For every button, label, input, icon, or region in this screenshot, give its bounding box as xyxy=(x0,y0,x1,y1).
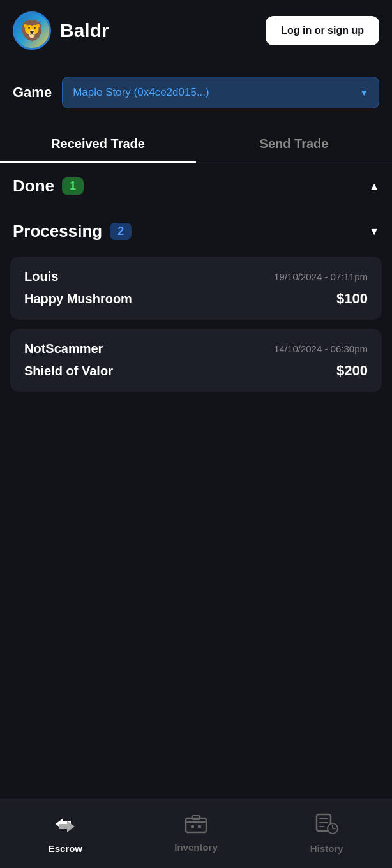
card-price-1: $200 xyxy=(336,363,368,379)
card-bottom-1: Shield of Valor $200 xyxy=(24,363,368,379)
trade-card-0[interactable]: Louis 19/10/2024 - 07:11pm Happy Mushroo… xyxy=(10,257,382,320)
processing-chevron-icon: ▼ xyxy=(369,226,379,237)
game-selected: Maple Story (0x4ce2d015...) xyxy=(73,86,209,99)
nav-item-history[interactable]: History xyxy=(261,807,392,860)
login-button[interactable]: Log in or sign up xyxy=(266,16,379,45)
card-top-1: NotScammer 14/10/2024 - 06:30pm xyxy=(24,341,368,356)
game-dropdown[interactable]: Maple Story (0x4ce2d015...) ▼ xyxy=(62,77,379,108)
bottom-nav: Escrow Inventory xyxy=(0,798,392,868)
done-chevron-icon: ▲ xyxy=(369,181,379,192)
tab-bar: Received Trade Send Trade xyxy=(0,125,392,163)
processing-section-header[interactable]: Processing 2 ▼ xyxy=(0,209,392,254)
nav-item-inventory[interactable]: Inventory xyxy=(131,808,262,859)
card-item-1: Shield of Valor xyxy=(24,364,113,378)
card-price-0: $100 xyxy=(336,290,368,307)
done-count-badge: 1 xyxy=(62,177,84,195)
tab-send-trade[interactable]: Send Trade xyxy=(196,125,392,163)
done-section-header[interactable]: Done 1 ▲ xyxy=(0,163,392,209)
app-title: Baldr xyxy=(60,20,109,41)
trade-card-1[interactable]: NotScammer 14/10/2024 - 06:30pm Shield o… xyxy=(10,329,382,392)
nav-label-escrow: Escrow xyxy=(49,843,82,854)
card-top-0: Louis 19/10/2024 - 07:11pm xyxy=(24,269,368,284)
game-section: Game Maple Story (0x4ce2d015...) ▼ xyxy=(0,61,392,119)
card-date-0: 19/10/2024 - 07:11pm xyxy=(274,271,368,282)
game-label: Game xyxy=(13,84,52,101)
processing-section-title: Processing xyxy=(13,221,102,241)
svg-rect-2 xyxy=(191,825,194,828)
chevron-down-icon: ▼ xyxy=(359,87,368,98)
card-name-1: NotScammer xyxy=(24,341,103,356)
done-section-title: Done xyxy=(13,176,54,196)
processing-cards: Louis 19/10/2024 - 07:11pm Happy Mushroo… xyxy=(0,254,392,407)
avatar: 🦁 xyxy=(13,11,51,50)
processing-count-badge: 2 xyxy=(110,223,132,240)
header-left: 🦁 Baldr xyxy=(13,11,109,50)
svg-rect-3 xyxy=(198,825,201,828)
escrow-icon xyxy=(52,813,79,839)
card-date-1: 14/10/2024 - 06:30pm xyxy=(274,343,368,354)
svg-rect-0 xyxy=(186,818,206,832)
nav-label-inventory: Inventory xyxy=(174,842,218,853)
nav-item-escrow[interactable]: Escrow xyxy=(0,807,131,860)
history-icon xyxy=(315,813,338,839)
tab-received-trade[interactable]: Received Trade xyxy=(0,125,196,163)
card-name-0: Louis xyxy=(24,269,58,284)
card-item-0: Happy Mushroom xyxy=(24,292,132,306)
header: 🦁 Baldr Log in or sign up xyxy=(0,0,392,61)
card-bottom-0: Happy Mushroom $100 xyxy=(24,290,368,307)
inventory-icon xyxy=(185,814,207,838)
nav-label-history: History xyxy=(310,843,343,854)
